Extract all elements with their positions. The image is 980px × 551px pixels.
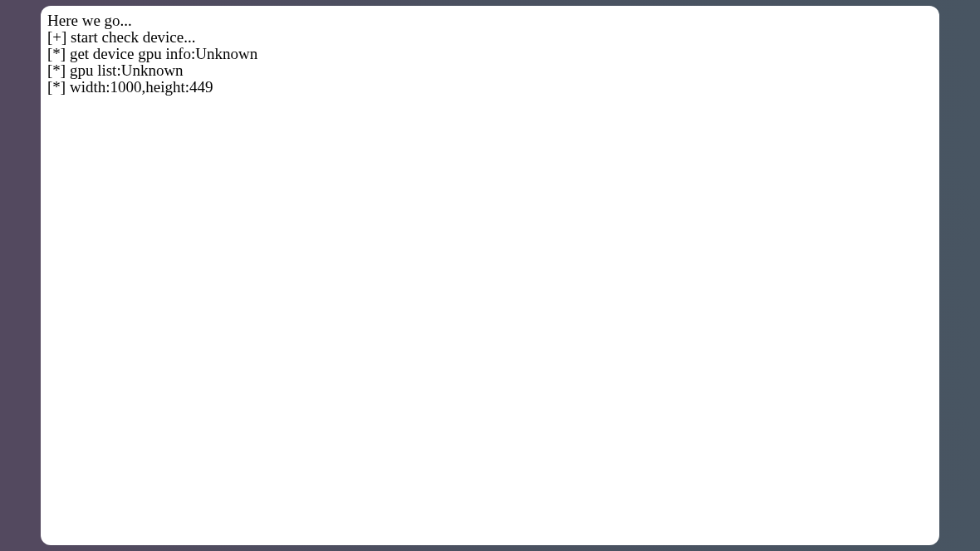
log-line: [*] width:1000,height:449 [47, 79, 933, 96]
console-panel: Here we go... [+] start check device... … [41, 6, 939, 545]
log-line: [*] get device gpu info:Unknown [47, 46, 933, 62]
log-line: Here we go... [47, 12, 933, 29]
log-line: [*] gpu list:Unknown [47, 62, 933, 79]
log-line: [+] start check device... [47, 29, 933, 46]
